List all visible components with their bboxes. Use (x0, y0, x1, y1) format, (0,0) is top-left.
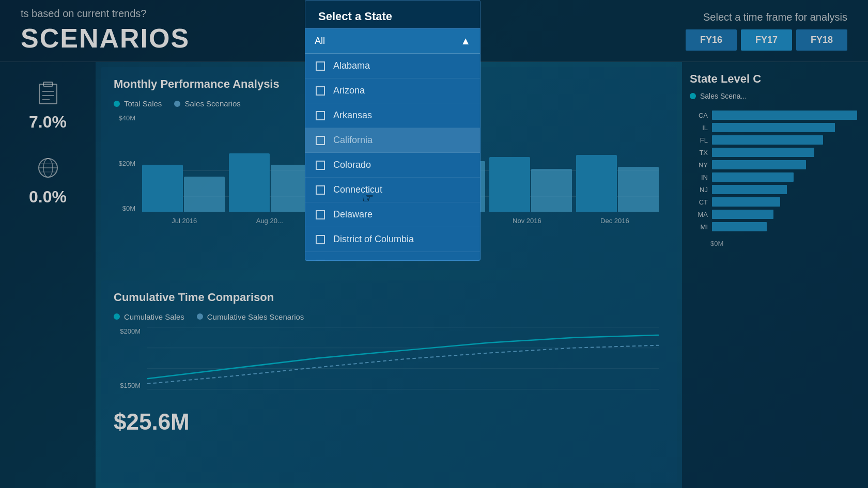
select-state-label: Select a State (305, 0, 481, 28)
chevron-up-icon: ▲ (460, 35, 471, 47)
state-checkbox[interactable] (316, 260, 325, 261)
dropdown-item[interactable]: Connecticut (305, 178, 480, 202)
state-checkbox[interactable] (316, 111, 325, 120)
dropdown-item[interactable]: Delaware (305, 202, 480, 227)
dropdown-item[interactable]: California (305, 128, 480, 153)
state-name-label: Connecticut (333, 184, 382, 195)
state-checkbox[interactable] (316, 210, 325, 219)
state-name-label: Arkansas (333, 110, 372, 121)
state-name-label: California (333, 135, 373, 146)
state-name-label: Arizona (333, 85, 365, 96)
state-name-label: Florida (333, 259, 362, 260)
dropdown-selected-value: All (315, 36, 325, 46)
state-checkbox[interactable] (316, 185, 325, 195)
dropdown-item[interactable]: District of Columbia (305, 227, 480, 252)
dropdown-header[interactable]: All ▲ (305, 29, 480, 54)
state-checkbox[interactable] (316, 86, 325, 96)
state-checkbox[interactable] (316, 136, 325, 145)
state-name-label: Delaware (333, 209, 373, 220)
state-name-label: District of Columbia (333, 234, 414, 245)
state-selector-container: Select a State All ▲ AlabamaArizonaArkan… (305, 0, 481, 261)
dropdown-item[interactable]: Arkansas (305, 103, 480, 128)
dropdown-box: All ▲ AlabamaArizonaArkansasCaliforniaCo… (305, 28, 481, 261)
state-checkbox[interactable] (316, 61, 325, 71)
state-name-label: Alabama (333, 60, 370, 71)
dropdown-item[interactable]: Alabama (305, 54, 480, 78)
dropdown-item[interactable]: Colorado (305, 153, 480, 178)
dropdown-item[interactable]: Florida (305, 252, 480, 260)
dropdown-item[interactable]: Arizona (305, 78, 480, 103)
state-name-label: Colorado (333, 160, 371, 170)
state-checkbox[interactable] (316, 161, 325, 170)
dropdown-list[interactable]: AlabamaArizonaArkansasCaliforniaColorado… (305, 54, 480, 260)
state-checkbox[interactable] (316, 235, 325, 244)
